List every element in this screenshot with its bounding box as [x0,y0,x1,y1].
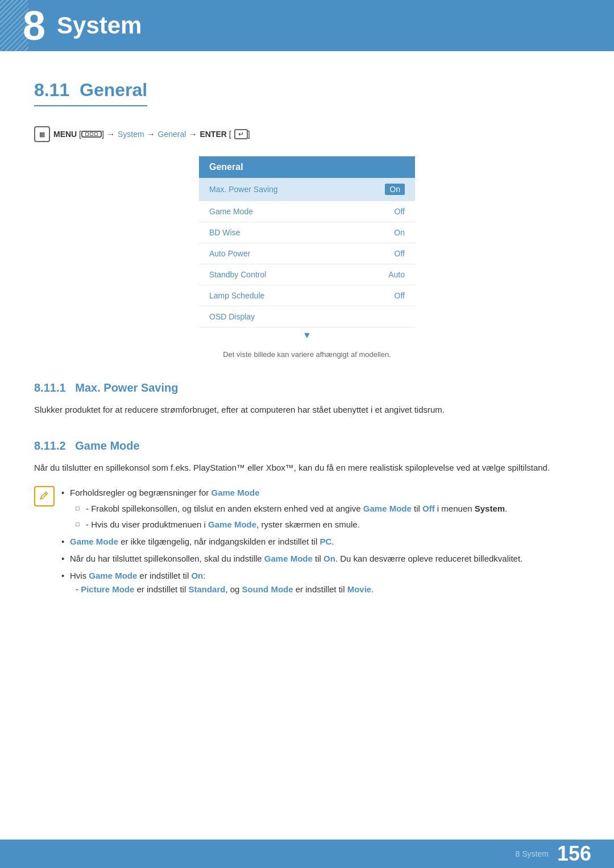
enter-keyword: ENTER [200,130,226,139]
game-mode-bold-4: Game Mode [89,571,137,580]
subsection-text-2: Når du tilslutter en spillekonsol som f.… [34,461,580,475]
section-title: General [80,80,147,100]
menu-item-standby-control[interactable]: Standby Control Auto [199,264,415,285]
menu-item-lamp-schedule[interactable]: Lamp Schedule Off [199,285,415,306]
menu-keyword: MENU [53,130,77,139]
main-content: 8.11 General ▩ MENU [ ] → System → Gener… [0,51,614,645]
subsection-max-power-saving: 8.11.1 Max. Power Saving Slukker produkt… [34,381,580,417]
menu-item-value-game-mode: Off [395,207,405,216]
note-icon [34,486,55,506]
scroll-down-indicator: ▼ [199,327,415,343]
menu-item-label-bd-wise: BD Wise [209,228,240,237]
pc-inline: PC [320,537,331,546]
arrow-2: → [147,130,155,139]
menu-title: General [199,156,415,178]
subsection-title-2: Game Mode [75,439,139,452]
game-mode-bold-3: Game Mode [264,554,313,563]
screenshot-caption: Det viste billede kan variere afhængigt … [223,350,391,359]
menu-item-auto-power[interactable]: Auto Power Off [199,243,415,264]
bullet-item-2: Game Mode er ikke tilgængelig, når indga… [61,535,580,549]
section-number: 8.11 [34,80,69,100]
menu-item-label-lamp-schedule: Lamp Schedule [209,291,264,300]
subsection-heading-1: 8.11.1 Max. Power Saving [34,381,580,394]
menu-item-value-max-power-saving: On [385,184,405,195]
menu-item-label-game-mode: Game Mode [209,207,253,216]
header-title: System [57,12,142,39]
remote-icon: ▩ [34,126,50,142]
bullet-item-3: Når du har tilsluttet spillekonsollen, s… [61,552,580,566]
picture-mode-line: - Picture Mode er indstillet til Standar… [70,584,374,594]
footer-section-label: 8 System [516,849,549,858]
menu-item-value-standby-control: Auto [388,270,405,279]
menu-item-max-power-saving[interactable]: Max. Power Saving On [199,178,415,201]
menu-item-label-auto-power: Auto Power [209,249,250,258]
menu-item-bd-wise[interactable]: BD Wise On [199,222,415,243]
subsection-title-1: Max. Power Saving [75,381,178,394]
sub-bullet-2: - Hvis du viser produktmenuen i Game Mod… [76,518,580,531]
section-heading: 8.11 General [34,80,147,106]
menu-item-label-max-power-saving: Max. Power Saving [209,185,278,194]
off-inline-1: Off [422,504,435,513]
picture-mode-bold: Picture Mode [81,584,134,594]
menu-item-value-bd-wise: On [394,228,405,237]
note-content: Forholdsregler og begrænsninger for Game… [61,486,580,600]
footer: 8 System 156 [0,840,614,868]
path-general: General [158,130,186,139]
menu-item-label-standby-control: Standby Control [209,270,266,279]
bullet-intro-text: Forholdsregler og begrænsninger for Game… [70,488,260,497]
path-system: System [118,130,144,139]
menu-screenshot-wrapper: General Max. Power Saving On Game Mode O… [34,156,580,359]
game-mode-inline-2: Game Mode [208,520,256,529]
game-mode-note: Forholdsregler og begrænsninger for Game… [34,486,580,600]
menu-item-value-auto-power: Off [395,249,405,258]
game-mode-inline-1: Game Mode [363,504,412,513]
bullet-item-intro: Forholdsregler og begrænsninger for Game… [61,486,580,531]
arrow-3: → [189,130,197,139]
subsection-heading-2: 8.11.2 Game Mode [34,439,580,452]
menu-item-label-osd-display: OSD Display [209,312,255,321]
on-inline: On [323,554,335,563]
footer-page-number: 156 [557,842,591,866]
sub-bullet-list: - Frakobl spillekonsollen, og tilslut en… [76,502,580,531]
menu-path: ▩ MENU [ ] → System → General → ENTER [ … [34,126,580,142]
header-number: 8 [23,5,45,46]
subsection-game-mode: 8.11.2 Game Mode Når du tilslutter en sp… [34,439,580,600]
game-mode-bold-1: Game Mode [211,488,259,497]
menu-item-game-mode[interactable]: Game Mode Off [199,201,415,222]
subsection-number-1: 8.11.1 [34,381,66,394]
bullet-item-4: Hvis Game Mode er indstillet til On: - P… [61,569,580,596]
game-mode-bullet-list: Forholdsregler og begrænsninger for Game… [61,486,580,596]
menu-item-osd-display[interactable]: OSD Display [199,306,415,327]
arrow-1: → [107,130,115,139]
subsection-number-2: 8.11.2 [34,439,66,452]
game-mode-bold-2: Game Mode [70,537,118,546]
subsection-text-1: Slukker produktet for at reducere strømf… [34,403,580,417]
movie-bold: Movie [347,584,372,594]
header: 8 System [0,0,614,51]
on-inline-2: On [191,571,203,580]
sound-mode-bold: Sound Mode [242,584,293,594]
system-inline-1: System [475,504,505,513]
menu-screenshot: General Max. Power Saving On Game Mode O… [199,156,415,343]
menu-item-value-lamp-schedule: Off [395,291,405,300]
enter-icon: ↵ [234,129,248,139]
standard-bold: Standard [188,584,225,594]
sub-bullet-1: - Frakobl spillekonsollen, og tilslut en… [76,502,580,516]
